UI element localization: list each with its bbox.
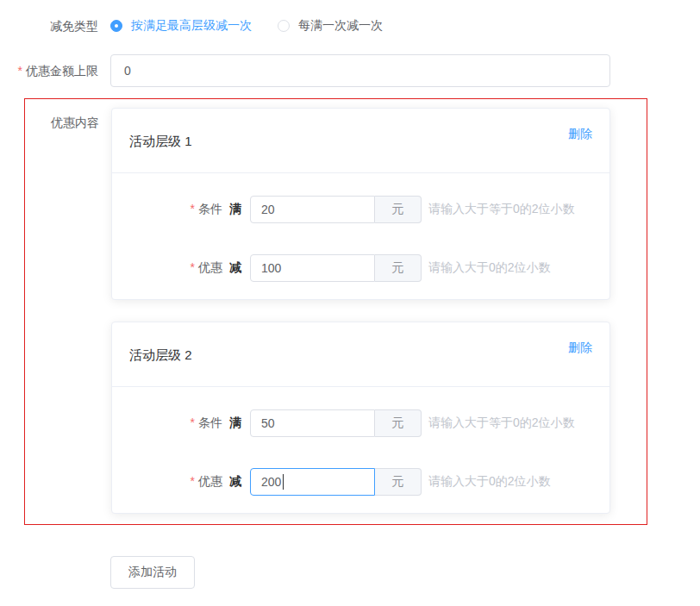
tier-2-condition-row: *条件满 元 请输入大于等于0的2位小数 bbox=[129, 409, 592, 437]
tier-1-title: 活动层级 1 bbox=[129, 134, 192, 150]
discount-cap-label-text: 优惠金额上限 bbox=[26, 64, 98, 78]
condition-keyword: 满 bbox=[229, 415, 241, 429]
tier-1-condition-label: *条件满 bbox=[129, 202, 241, 217]
unit-suffix: 元 bbox=[375, 196, 422, 223]
tier-1-discount-label: *优惠减 bbox=[129, 260, 241, 276]
text-caret bbox=[283, 474, 284, 490]
tier-1-discount-input[interactable] bbox=[250, 254, 375, 282]
tier-card-1: 活动层级 1 删除 *条件满 元 请输入大于等于0的2位小数 *优惠减 bbox=[111, 108, 610, 300]
tier-1-condition-input-group: 元 bbox=[250, 196, 422, 223]
tier-2-title: 活动层级 2 bbox=[129, 347, 192, 364]
tier-1-condition-hint: 请输入大于等于0的2位小数 bbox=[428, 202, 575, 217]
required-mark: * bbox=[191, 202, 195, 216]
tier-1-discount-row: *优惠减 元 请输入大于0的2位小数 bbox=[129, 254, 592, 282]
radio-highest-tier-once-label[interactable]: 按满足最高层级减一次 bbox=[131, 18, 252, 34]
tier-2-condition-label: *条件满 bbox=[129, 415, 241, 431]
discount-label-text: 优惠 bbox=[198, 474, 222, 488]
reduction-type-label: 减免类型 bbox=[0, 18, 98, 34]
tier-1-discount-hint: 请输入大于0的2位小数 bbox=[428, 260, 551, 276]
unit-suffix: 元 bbox=[375, 409, 422, 437]
radio-unselected-icon[interactable] bbox=[278, 20, 290, 32]
required-mark: * bbox=[191, 415, 195, 429]
promotion-form: 减免类型 按满足最高层级减一次 每满一次减一次 *优惠金额上限 优惠内容 活动层… bbox=[0, 0, 700, 589]
required-mark: * bbox=[191, 260, 195, 274]
tier-2-discount-input-focused[interactable] bbox=[250, 468, 375, 496]
discount-cap-control bbox=[110, 54, 610, 87]
radio-selected-icon[interactable] bbox=[110, 20, 122, 32]
tier-1-discount-input-group: 元 bbox=[250, 254, 422, 282]
add-activity-button[interactable]: 添加活动 bbox=[110, 556, 195, 589]
tier-2-discount-input-group: 元 bbox=[250, 468, 422, 496]
discount-content-label: 优惠内容 bbox=[25, 99, 99, 130]
tier-2-condition-input-group: 元 bbox=[250, 409, 422, 437]
unit-suffix: 元 bbox=[375, 468, 422, 496]
reduction-type-row: 减免类型 按满足最高层级减一次 每满一次减一次 bbox=[0, 18, 700, 34]
tier-card-1-header: 活动层级 1 删除 bbox=[112, 109, 609, 173]
tier-2-condition-hint: 请输入大于等于0的2位小数 bbox=[428, 415, 575, 431]
tier-cards-column: 活动层级 1 删除 *条件满 元 请输入大于等于0的2位小数 *优惠减 bbox=[111, 99, 610, 514]
tier-2-discount-hint: 请输入大于0的2位小数 bbox=[428, 474, 551, 490]
discount-cap-input[interactable] bbox=[110, 54, 610, 87]
tier-2-condition-input[interactable] bbox=[250, 409, 375, 437]
radio-highest-tier-once[interactable]: 按满足最高层级减一次 bbox=[110, 18, 252, 34]
discount-content-section: 优惠内容 活动层级 1 删除 *条件满 元 请输入大于等于0的2位小数 bbox=[24, 98, 647, 525]
required-mark: * bbox=[18, 64, 22, 78]
discount-cap-row: *优惠金额上限 bbox=[0, 54, 700, 87]
tier-2-discount-label: *优惠减 bbox=[129, 474, 241, 490]
tier-card-1-body: *条件满 元 请输入大于等于0的2位小数 *优惠减 元 请输入大 bbox=[112, 173, 609, 299]
add-activity-row: 添加活动 bbox=[110, 556, 700, 589]
radio-every-time-once-label[interactable]: 每满一次减一次 bbox=[298, 18, 383, 34]
tier-card-2-header: 活动层级 2 删除 bbox=[112, 322, 609, 387]
condition-label-text: 条件 bbox=[198, 202, 222, 216]
tier-card-2: 活动层级 2 删除 *条件满 元 请输入大于等于0的2位小数 *优惠减 bbox=[111, 322, 610, 514]
unit-suffix: 元 bbox=[375, 254, 422, 282]
required-mark: * bbox=[191, 474, 195, 488]
tier-2-discount-row: *优惠减 元 请输入大于0的2位小数 bbox=[129, 468, 592, 496]
tier-1-delete-button[interactable]: 删除 bbox=[568, 127, 592, 142]
tier-1-condition-row: *条件满 元 请输入大于等于0的2位小数 bbox=[129, 196, 592, 223]
condition-label-text: 条件 bbox=[198, 415, 222, 429]
tier-2-delete-button[interactable]: 删除 bbox=[568, 340, 592, 356]
tier-1-condition-input[interactable] bbox=[250, 196, 375, 223]
discount-cap-label: *优惠金额上限 bbox=[0, 63, 98, 78]
radio-every-time-once[interactable]: 每满一次减一次 bbox=[278, 18, 383, 34]
condition-keyword: 满 bbox=[229, 202, 241, 216]
discount-label-text: 优惠 bbox=[198, 260, 222, 274]
reduction-type-radio-group: 按满足最高层级减一次 每满一次减一次 bbox=[110, 18, 383, 34]
tier-card-2-body: *条件满 元 请输入大于等于0的2位小数 *优惠减 bbox=[112, 387, 609, 513]
discount-keyword: 减 bbox=[229, 474, 241, 488]
discount-keyword: 减 bbox=[229, 260, 241, 274]
